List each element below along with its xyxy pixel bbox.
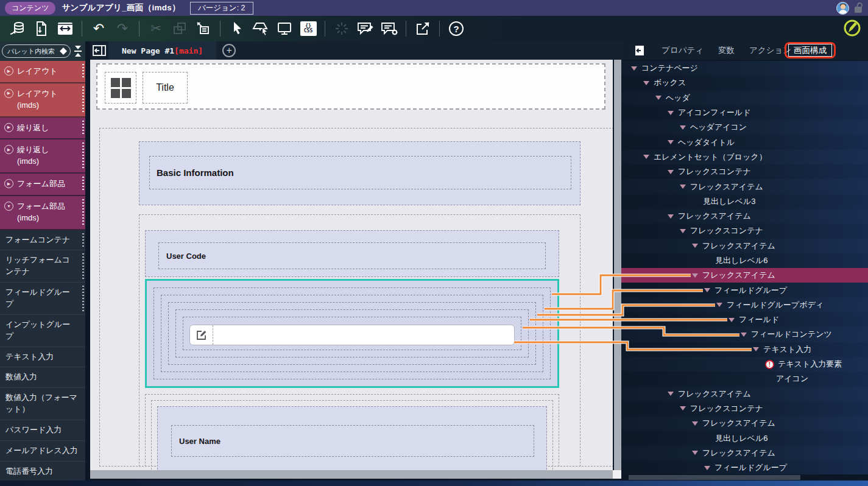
field-contents-box[interactable] bbox=[175, 309, 529, 357]
tree-node-7[interactable]: フレックスコンテナ bbox=[621, 164, 868, 179]
tree-expand-arrow[interactable] bbox=[668, 170, 674, 174]
tree-node-21[interactable]: アイコン bbox=[621, 372, 868, 386]
tree-expand-arrow[interactable] bbox=[680, 229, 686, 233]
paste-button[interactable] bbox=[194, 19, 213, 38]
drag-handle-dots[interactable] bbox=[82, 64, 84, 79]
section-heading-element[interactable]: Basic Information bbox=[149, 156, 571, 189]
scrollbar-thumb[interactable] bbox=[629, 475, 800, 480]
tree-node-1[interactable]: ボックス bbox=[621, 76, 868, 90]
user-name-inner-wrapper[interactable]: User Name bbox=[151, 400, 553, 470]
tree-expand-arrow[interactable] bbox=[692, 244, 698, 248]
panel-horizontal-scrollbar[interactable] bbox=[621, 474, 868, 481]
tree-expand-arrow[interactable] bbox=[668, 214, 674, 219]
select-pointer-button[interactable] bbox=[228, 19, 246, 38]
deploy-database-button[interactable] bbox=[9, 19, 27, 38]
clear-search-icon[interactable] bbox=[59, 47, 68, 55]
tab-variables[interactable]: 変数 bbox=[718, 45, 735, 56]
tree-node-24[interactable]: フレックスアイテム bbox=[621, 416, 868, 431]
comment-settings-button[interactable] bbox=[380, 19, 398, 38]
tree-node-3[interactable]: アイコンフィールド bbox=[621, 105, 868, 120]
tree-node-9[interactable]: 見出しレベル3 bbox=[621, 194, 868, 209]
export-document-button[interactable] bbox=[32, 19, 51, 38]
palette-component-9[interactable]: 電話番号入力 bbox=[0, 461, 85, 482]
user-name-wrapper[interactable]: User Name bbox=[145, 394, 559, 467]
drag-handle-dots[interactable] bbox=[82, 177, 84, 192]
tree-expand-arrow[interactable] bbox=[680, 185, 686, 189]
element-set-block[interactable]: Basic Information User Code bbox=[99, 128, 613, 467]
add-page-button[interactable]: + bbox=[222, 44, 236, 57]
preview-monitor-button[interactable] bbox=[275, 19, 294, 38]
tree-node-13[interactable]: 見出しレベル6 bbox=[621, 253, 868, 268]
tree-expand-arrow[interactable] bbox=[668, 392, 674, 396]
text-input-box[interactable] bbox=[183, 317, 521, 350]
open-external-button[interactable] bbox=[414, 19, 432, 38]
comment-edit-button[interactable] bbox=[356, 19, 375, 38]
palette-category-1[interactable]: ▶レイアウト(imds) bbox=[0, 83, 85, 118]
collapsed-icon[interactable]: ▶ bbox=[4, 89, 13, 98]
palette-category-3[interactable]: ▶繰り返し(imds) bbox=[0, 139, 85, 174]
palette-component-4[interactable]: テキスト入力 bbox=[0, 347, 85, 367]
fit-width-button[interactable] bbox=[56, 19, 74, 38]
tree-expand-arrow[interactable] bbox=[704, 466, 710, 470]
tree-node-20[interactable]: !テキスト入力要素 bbox=[621, 357, 868, 372]
tree-expand-arrow[interactable] bbox=[655, 96, 662, 100]
tree-node-5[interactable]: ヘッダタイトル bbox=[621, 135, 868, 149]
tree-node-11[interactable]: フレックスコンテナ bbox=[621, 224, 868, 238]
heading-section[interactable]: Basic Information bbox=[139, 141, 580, 205]
tab-properties[interactable]: プロパティ bbox=[662, 45, 704, 56]
tree-node-10[interactable]: フレックスアイテム bbox=[621, 209, 868, 224]
tree-node-16[interactable]: フィールドグループボディ bbox=[621, 298, 868, 312]
refresh-burst-button[interactable] bbox=[333, 19, 351, 38]
field-group-box[interactable] bbox=[153, 287, 551, 379]
drag-handle-dots[interactable] bbox=[82, 86, 84, 113]
palette-component-7[interactable]: パスワード入力 bbox=[0, 420, 85, 440]
field-box[interactable] bbox=[168, 302, 536, 365]
palette-category-5[interactable]: ▼フォーム部品(imds) bbox=[0, 196, 85, 230]
tree-node-22[interactable]: フレックスアイテム bbox=[621, 387, 868, 401]
tree-node-12[interactable]: フレックスアイテム bbox=[621, 239, 868, 253]
css-editor-button[interactable]: {}CSS bbox=[299, 19, 317, 38]
drag-handle-dots[interactable] bbox=[82, 286, 84, 311]
palette-search-input[interactable]: パレット内検索 bbox=[2, 44, 71, 58]
page-header-element[interactable]: Title bbox=[96, 63, 605, 110]
tree-node-19[interactable]: テキスト入力 bbox=[621, 342, 868, 357]
tree-expand-arrow[interactable] bbox=[680, 125, 686, 130]
user-code-label[interactable]: User Code bbox=[158, 242, 546, 269]
tree-expand-arrow[interactable] bbox=[753, 347, 759, 351]
tree-node-2[interactable]: ヘッダ bbox=[621, 91, 868, 105]
tree-expand-arrow[interactable] bbox=[668, 140, 674, 144]
field-group-body-box[interactable] bbox=[161, 295, 543, 372]
tree-node-6[interactable]: エレメントセット（ブロック） bbox=[621, 150, 868, 164]
palette-component-5[interactable]: 数値入力 bbox=[0, 367, 85, 387]
palette-component-3[interactable]: インプットグループ bbox=[0, 314, 85, 347]
tree-node-26[interactable]: フレックスアイテム bbox=[621, 446, 868, 460]
expanded-icon[interactable]: ▼ bbox=[4, 202, 13, 211]
palette-category-0[interactable]: ▶レイアウト bbox=[0, 61, 85, 83]
collapsed-icon[interactable]: ▶ bbox=[4, 179, 13, 188]
tree-expand-arrow[interactable] bbox=[643, 81, 649, 85]
tree-node-0[interactable]: コンテナページ bbox=[621, 61, 868, 76]
drag-handle-dots[interactable] bbox=[82, 253, 84, 279]
tree-expand-arrow[interactable] bbox=[716, 303, 722, 307]
cut-button[interactable]: ✂ bbox=[147, 19, 165, 38]
tree-expand-arrow[interactable] bbox=[680, 406, 686, 410]
unlock-icon[interactable] bbox=[854, 2, 863, 13]
user-name-label[interactable]: User Name bbox=[171, 425, 534, 457]
collapsed-icon[interactable]: ▶ bbox=[4, 66, 13, 76]
header-icon-element[interactable] bbox=[105, 72, 136, 104]
palette-category-4[interactable]: ▶フォーム部品 bbox=[0, 174, 85, 196]
canvas-horizontal-scrollbar[interactable] bbox=[90, 470, 613, 479]
tree-node-14[interactable]: フレックスアイテム bbox=[621, 268, 868, 283]
collapse-all-icon[interactable] bbox=[72, 46, 83, 57]
copy-button[interactable] bbox=[171, 19, 189, 38]
selected-flex-item[interactable] bbox=[145, 279, 559, 388]
tree-expand-arrow[interactable] bbox=[692, 421, 698, 426]
palette-category-2[interactable]: ▶繰り返し bbox=[0, 118, 85, 140]
redo-button[interactable]: ↷ bbox=[113, 19, 132, 38]
palette-component-8[interactable]: メールアドレス入力 bbox=[0, 440, 85, 461]
drag-handle-dots[interactable] bbox=[82, 121, 84, 136]
drag-handle-dots[interactable] bbox=[82, 143, 84, 169]
tree-node-25[interactable]: 見出しレベル6 bbox=[621, 431, 868, 445]
text-input-element[interactable] bbox=[189, 325, 515, 345]
canvas-vertical-scrollbar[interactable] bbox=[614, 60, 621, 470]
